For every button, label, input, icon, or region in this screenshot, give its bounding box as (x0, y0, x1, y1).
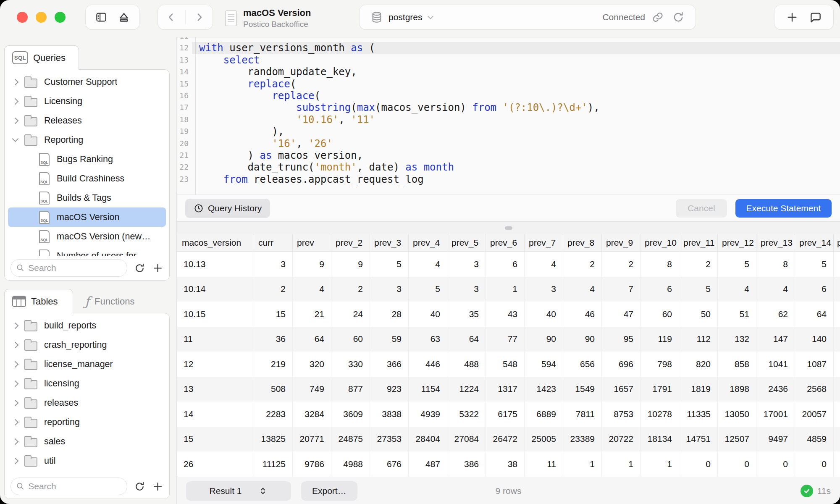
code-line-18[interactable]: 18 '10.16', '11' (177, 114, 840, 126)
chevron-right-icon[interactable] (12, 457, 19, 464)
chevron-right-icon[interactable] (12, 98, 19, 105)
chevron-down-icon[interactable] (427, 13, 433, 19)
chevron-right-icon[interactable] (12, 79, 19, 85)
chevron-right-icon[interactable] (12, 117, 19, 124)
queries-search-field[interactable] (10, 259, 127, 277)
result-row-26[interactable]: 26111259786498867648738638111110000 (177, 452, 840, 477)
reconnect-button[interactable] (672, 10, 685, 24)
query-item-bugs-ranking[interactable]: Bugs Ranking (8, 150, 166, 169)
result-row-15[interactable]: 1513825207712487527353284042708426472250… (177, 427, 840, 452)
new-item-button[interactable] (786, 11, 798, 24)
code-line-16[interactable]: 16 replace( (177, 90, 840, 102)
code-line-22[interactable]: 22 date_trunc('month', date) as month (177, 161, 840, 173)
schema-folder-licensing[interactable]: licensing (8, 374, 166, 393)
column-header-prev[interactable]: prev (293, 234, 331, 252)
chevron-right-icon[interactable] (12, 361, 19, 368)
column-header-prev-14[interactable]: prev_14 (795, 234, 834, 252)
column-header-prev-13[interactable]: prev_13 (756, 234, 795, 252)
result-row-10-15[interactable]: 10.15152124284035434046476050516264 (177, 302, 840, 327)
column-header-prev-9[interactable]: prev_9 (602, 234, 640, 252)
execute-statement-button[interactable]: Execute Statement (735, 199, 832, 218)
column-header-prev-4[interactable]: prev_4 (409, 234, 447, 252)
minimize-button[interactable] (36, 12, 47, 23)
folder-item-releases[interactable]: Releases (8, 111, 166, 130)
query-item-build-crashiness[interactable]: Build Crashiness (8, 169, 166, 188)
forward-button[interactable] (194, 11, 205, 24)
zoom-button[interactable] (55, 12, 66, 23)
column-header-prev-6[interactable]: prev_6 (486, 234, 525, 252)
code-line-13[interactable]: 13 select (177, 54, 840, 66)
column-header-prev-3[interactable]: prev_3 (370, 234, 409, 252)
close-button[interactable] (17, 12, 28, 23)
query-history-button[interactable]: Query History (185, 199, 270, 218)
column-header-prev-7[interactable]: prev_7 (525, 234, 563, 252)
query-item-number-of-users-for[interactable]: Number of users for… (8, 246, 166, 256)
folder-item-reporting[interactable]: Reporting (8, 130, 166, 150)
tables-add-button[interactable] (152, 481, 163, 492)
schema-folder-license-manager[interactable]: license_manager (8, 354, 166, 374)
result-row-12[interactable]: 1221932033036644648854859465669679882085… (177, 352, 840, 377)
code-line-11[interactable]: 11 (177, 37, 840, 42)
schema-folder-reporting[interactable]: reporting (8, 412, 166, 432)
folder-item-licensing[interactable]: Licensing (8, 92, 166, 111)
result-row-14[interactable]: 1422833284360938384939532261756889781187… (177, 402, 840, 427)
schema-folder-build-reports[interactable]: build_reports (8, 316, 166, 335)
column-header-prev-12[interactable]: prev_12 (718, 234, 756, 252)
feedback-button[interactable] (809, 11, 822, 24)
code-line-20[interactable]: 20 '16', '26' (177, 138, 840, 150)
code-line-19[interactable]: 19 ), (177, 126, 840, 137)
tables-search-field[interactable] (10, 478, 127, 495)
column-header-prev-11[interactable]: prev_11 (679, 234, 718, 252)
splitter-handle[interactable] (505, 226, 512, 230)
export-button[interactable]: Export… (301, 481, 357, 501)
result-row-10-14[interactable]: 10.14242353134765446 (177, 277, 840, 302)
code-line-15[interactable]: 15 replace( (177, 78, 840, 90)
chevron-right-icon[interactable] (12, 419, 19, 425)
queries-add-button[interactable] (152, 262, 163, 274)
column-header-prev-10[interactable]: prev_10 (640, 234, 679, 252)
queries-search-input[interactable] (28, 263, 123, 273)
code-line-21[interactable]: 21 ) as macos_version, (177, 150, 840, 161)
column-header-prev-8[interactable]: prev_8 (563, 234, 602, 252)
query-item-builds-tags[interactable]: Builds & Tags (8, 188, 166, 207)
code-line-23[interactable]: 23 from releases.appcast_request_log (177, 173, 840, 185)
pane-splitter[interactable] (177, 221, 840, 234)
queries-refresh-button[interactable] (134, 262, 145, 274)
column-header-clipped[interactable]: p (834, 234, 840, 252)
folder-item-customer-support[interactable]: Customer Support (8, 72, 166, 92)
tab-tables[interactable]: Tables (4, 289, 73, 313)
sql-editor[interactable]: 1112with user_versions_month as (13 sele… (177, 37, 840, 194)
code-line-17[interactable]: 17 substring(max(macos_version) from '(?… (177, 102, 840, 113)
toggle-sidebar-button[interactable] (94, 11, 108, 24)
column-header-macos-version[interactable]: macos_version (177, 234, 254, 252)
code-line-14[interactable]: 14 random_update_key, (177, 66, 840, 78)
chevron-right-icon[interactable] (12, 438, 19, 445)
result-row-10-13[interactable]: 10.13399543642282585 (177, 252, 840, 277)
tab-queries[interactable]: SQL Queries (4, 45, 79, 70)
disconnect-button[interactable] (117, 10, 131, 24)
tables-refresh-button[interactable] (134, 481, 145, 492)
chevron-right-icon[interactable] (12, 399, 19, 406)
result-row-13[interactable]: 1350874987792311541224131714231549165717… (177, 377, 840, 402)
code-line-12[interactable]: 12with user_versions_month as ( (177, 42, 840, 54)
schema-folder-crash-reporting[interactable]: crash_reporting (8, 335, 166, 354)
schema-folder-util[interactable]: util (8, 451, 166, 470)
result-row-11[interactable]: 1136646059636477909095119112132147140 (177, 327, 840, 352)
schema-folder-releases[interactable]: releases (8, 393, 166, 412)
chevron-down-icon[interactable] (12, 136, 19, 142)
chevron-right-icon[interactable] (12, 322, 19, 329)
chevron-right-icon[interactable] (12, 380, 19, 387)
chevron-right-icon[interactable] (12, 341, 19, 348)
column-header-prev-2[interactable]: prev_2 (331, 234, 370, 252)
result-selector-button[interactable]: Result 1 (186, 481, 291, 501)
database-selector[interactable]: postgres (388, 12, 423, 22)
query-item-macos-version-new[interactable]: macOS Version (new… (8, 227, 166, 246)
column-header-prev-5[interactable]: prev_5 (447, 234, 486, 252)
query-item-macos-version[interactable]: macOS Version (8, 207, 166, 227)
schema-folder-sales[interactable]: sales (8, 432, 166, 451)
back-button[interactable] (166, 11, 177, 24)
tables-search-input[interactable] (28, 481, 123, 491)
tab-functions[interactable]: ƒ Functions (79, 291, 141, 312)
cancel-button[interactable]: Cancel (676, 199, 727, 218)
column-header-curr[interactable]: curr (254, 234, 293, 252)
